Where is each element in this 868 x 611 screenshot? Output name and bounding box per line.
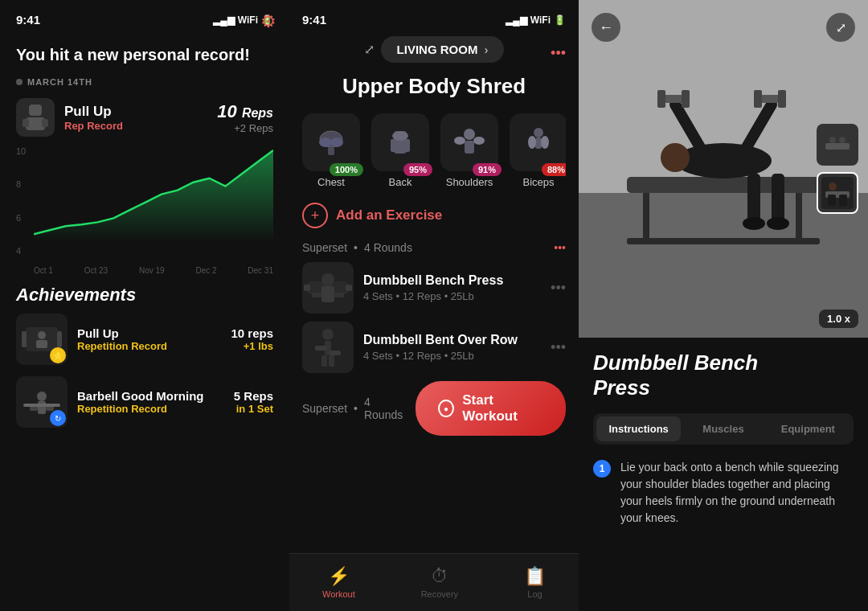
nav-log-label: Log bbox=[527, 589, 542, 599]
achievement-pullup: ⭐ Pull Up Repetition Record 10 reps +1 l… bbox=[16, 314, 273, 365]
log-nav-icon: 📋 bbox=[524, 566, 546, 587]
back-arrow-icon: ← bbox=[599, 19, 613, 36]
muscle-groups-scroll: 100% Chest 95% Back bbox=[302, 113, 566, 188]
svg-rect-61 bbox=[772, 174, 784, 222]
expand-arrows-icon[interactable]: ⤢ bbox=[364, 42, 375, 57]
achievement-badge-refresh: ↻ bbox=[50, 410, 66, 426]
nav-recovery-label: Recovery bbox=[421, 589, 458, 599]
svg-rect-13 bbox=[23, 404, 60, 407]
ex-more-bench[interactable]: ••• bbox=[551, 280, 566, 297]
expand-icon: ⤢ bbox=[836, 20, 846, 35]
instruction-1: 1 Lie your back onto a bench while squee… bbox=[593, 459, 854, 527]
muscle-back[interactable]: 95% Back bbox=[371, 113, 429, 188]
gear-button[interactable]: ⚙ bbox=[260, 11, 276, 32]
muscle-biceps[interactable]: 88% Biceps bbox=[510, 113, 566, 188]
svg-rect-34 bbox=[321, 286, 334, 302]
recovery-nav-icon: ⏱ bbox=[431, 566, 448, 587]
record-info: Pull Up Rep Record bbox=[64, 104, 207, 132]
svg-rect-8 bbox=[36, 340, 47, 348]
svg-rect-20 bbox=[391, 139, 395, 152]
chevron-right-icon: › bbox=[484, 43, 488, 56]
superset1-more-icon[interactable]: ••• bbox=[554, 241, 566, 254]
svg-rect-41 bbox=[321, 355, 327, 367]
superset1-label: Superset • 4 Rounds ••• bbox=[302, 241, 566, 254]
exercise-title: Dumbbell BenchPress bbox=[593, 351, 854, 400]
svg-point-67 bbox=[839, 137, 845, 143]
start-workout-button[interactable]: ● Start Workout bbox=[416, 381, 566, 436]
svg-rect-49 bbox=[627, 238, 820, 244]
ach-type-barbell: Repetition Record bbox=[77, 403, 224, 415]
svg-point-51 bbox=[661, 143, 690, 172]
progress-chart: 10 8 6 4 Oct 1 Oct 23 bbox=[16, 146, 273, 275]
back-button[interactable]: ← bbox=[592, 13, 620, 42]
nav-workout-label: Workout bbox=[322, 589, 355, 599]
date-label: MARCH 14TH bbox=[16, 77, 273, 87]
svg-rect-48 bbox=[796, 193, 802, 241]
location-button[interactable]: LIVING ROOM › bbox=[381, 36, 505, 63]
ach-value-pullup: 10 reps +1 lbs bbox=[231, 326, 273, 352]
tab-muscles[interactable]: Muscles bbox=[681, 416, 765, 441]
ach-info-pullup: Pull Up Repetition Record bbox=[77, 326, 221, 352]
svg-rect-27 bbox=[535, 137, 542, 149]
exercise-bent-row[interactable]: Dumbbell Bent Over Row 4 Sets • 12 Reps … bbox=[302, 322, 566, 373]
ach-img-pullup: ⭐ bbox=[16, 314, 68, 365]
exercise-photo-area: ← ⤢ bbox=[579, 0, 868, 338]
instruction-text: Lie your back onto a bench while squeezi… bbox=[620, 459, 854, 527]
chart-x-labels: Oct 1 Oct 23 Nov 19 Dec 2 Dec 31 bbox=[34, 266, 273, 275]
svg-point-63 bbox=[767, 217, 789, 230]
svg-point-26 bbox=[534, 128, 543, 137]
svg-point-23 bbox=[454, 137, 465, 145]
svg-rect-71 bbox=[828, 195, 836, 206]
svg-point-70 bbox=[829, 182, 837, 191]
tab-instructions[interactable]: Instructions bbox=[596, 416, 681, 441]
record-reps: 10 Reps bbox=[217, 101, 273, 122]
svg-rect-3 bbox=[42, 119, 48, 127]
chart-svg bbox=[34, 146, 273, 242]
svg-rect-58 bbox=[754, 90, 762, 108]
nav-workout[interactable]: ⚡ Workout bbox=[322, 566, 355, 599]
ex-details-bench: 4 Sets • 12 Reps • 25Lb bbox=[363, 290, 541, 302]
svg-rect-59 bbox=[778, 90, 786, 108]
record-sub: Rep Record bbox=[64, 120, 207, 132]
svg-point-22 bbox=[464, 129, 475, 140]
muscle-shoulders[interactable]: 91% Shoulders bbox=[440, 113, 498, 188]
nav-recovery[interactable]: ⏱ Recovery bbox=[421, 566, 458, 599]
expand-button[interactable]: ⤢ bbox=[826, 13, 855, 42]
svg-rect-39 bbox=[315, 346, 326, 351]
speed-badge[interactable]: 1.0 x bbox=[819, 310, 858, 328]
ex-more-row[interactable]: ••• bbox=[551, 339, 566, 356]
nav-log[interactable]: 📋 Log bbox=[524, 566, 546, 599]
muscle-chest[interactable]: 100% Chest bbox=[302, 113, 360, 188]
svg-point-19 bbox=[392, 131, 408, 141]
thumbnail-2[interactable] bbox=[817, 172, 858, 214]
location-bar: ⤢ LIVING ROOM › bbox=[302, 36, 566, 63]
location-label: LIVING ROOM bbox=[397, 43, 478, 56]
exercise-bench-press[interactable]: Dumbbell Bench Press 4 Sets • 12 Reps • … bbox=[302, 262, 566, 314]
ex-info-row: Dumbbell Bent Over Row 4 Sets • 12 Reps … bbox=[363, 333, 541, 362]
gear-icon: ⚙ bbox=[260, 11, 276, 31]
ach-value-barbell: 5 Reps in 1 Set bbox=[234, 389, 273, 415]
ach-reps: 10 reps bbox=[231, 326, 273, 340]
muscle-icon-biceps: 88% bbox=[510, 113, 566, 171]
muscle-badge-shoulders: 91% bbox=[473, 163, 502, 176]
muscle-label-shoulders: Shoulders bbox=[446, 176, 493, 188]
thumbnail-1[interactable] bbox=[817, 124, 858, 166]
muscle-icon-chest: 100% bbox=[302, 113, 360, 171]
superset2-row: Superset • 4 Rounds ● Start Workout bbox=[302, 381, 566, 436]
ach-type: Repetition Record bbox=[77, 340, 221, 352]
record-card: Pull Up Rep Record 10 Reps +2 Reps bbox=[16, 98, 273, 137]
svg-point-37 bbox=[322, 329, 334, 340]
svg-point-66 bbox=[829, 137, 836, 143]
add-exercise-button[interactable]: + Add an Exercise bbox=[302, 203, 566, 228]
svg-rect-5 bbox=[22, 331, 27, 347]
tab-equipment[interactable]: Equipment bbox=[766, 416, 850, 441]
workout-title: Upper Body Shred bbox=[302, 74, 566, 99]
status-bar-p1: 9:41 ▂▄▆ WiFi 🔋 bbox=[16, 13, 273, 27]
date-dot bbox=[16, 79, 23, 85]
add-icon: + bbox=[302, 203, 328, 228]
muscle-badge-chest: 100% bbox=[330, 163, 363, 176]
panel-exercise-detail: ← ⤢ bbox=[579, 0, 868, 611]
time-p1: 9:41 bbox=[16, 13, 40, 27]
more-options-button[interactable]: ••• bbox=[551, 45, 566, 62]
achievement-badge-star: ⭐ bbox=[50, 347, 66, 363]
